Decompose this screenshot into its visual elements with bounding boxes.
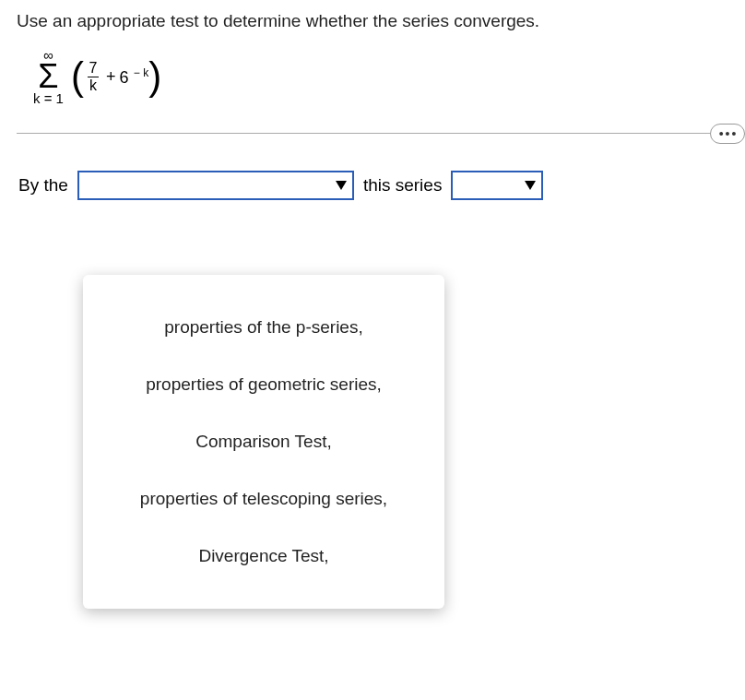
summand: ( 7 k + 6 − k ) xyxy=(71,60,161,93)
dropdown-option[interactable]: properties of geometric series, xyxy=(83,356,444,413)
dropdown-option[interactable]: properties of the p-series, xyxy=(83,299,444,356)
exponential-term: 6 − k xyxy=(119,66,148,88)
sigma-notation: ∞ Σ k = 1 xyxy=(33,48,64,105)
right-paren: ) xyxy=(148,61,161,92)
text-by-the: By the xyxy=(18,175,68,196)
dropdown-option[interactable]: Divergence Test, xyxy=(83,528,444,585)
question-text: Use an appropriate test to determine whe… xyxy=(17,11,728,31)
plus-sign: + xyxy=(106,67,116,87)
dropdown-option[interactable]: properties of telescoping series, xyxy=(83,470,444,528)
answer-sentence: By the this series xyxy=(18,171,728,200)
numerator: 7 xyxy=(89,60,97,77)
sigma-symbol: Σ xyxy=(38,62,58,91)
chevron-down-icon xyxy=(336,181,347,190)
series-expression: ∞ Σ k = 1 ( 7 k + 6 − k ) xyxy=(33,48,728,105)
text-this-series: this series xyxy=(363,175,443,196)
dropdown-option[interactable]: Comparison Test, xyxy=(83,413,444,470)
sum-lower-limit: k = 1 xyxy=(33,91,64,105)
ellipsis-icon: ••• xyxy=(719,126,739,141)
test-dropdown[interactable] xyxy=(77,171,354,200)
divider: ••• xyxy=(17,133,728,134)
left-paren: ( xyxy=(71,61,84,92)
exponent: − k xyxy=(130,66,148,79)
fraction: 7 k xyxy=(88,60,99,93)
dropdown-options-panel: properties of the p-series, properties o… xyxy=(83,275,444,609)
denominator: k xyxy=(88,77,99,94)
base: 6 xyxy=(119,68,128,87)
more-options-button[interactable]: ••• xyxy=(710,124,745,144)
result-dropdown[interactable] xyxy=(451,171,543,200)
chevron-down-icon xyxy=(525,181,536,190)
